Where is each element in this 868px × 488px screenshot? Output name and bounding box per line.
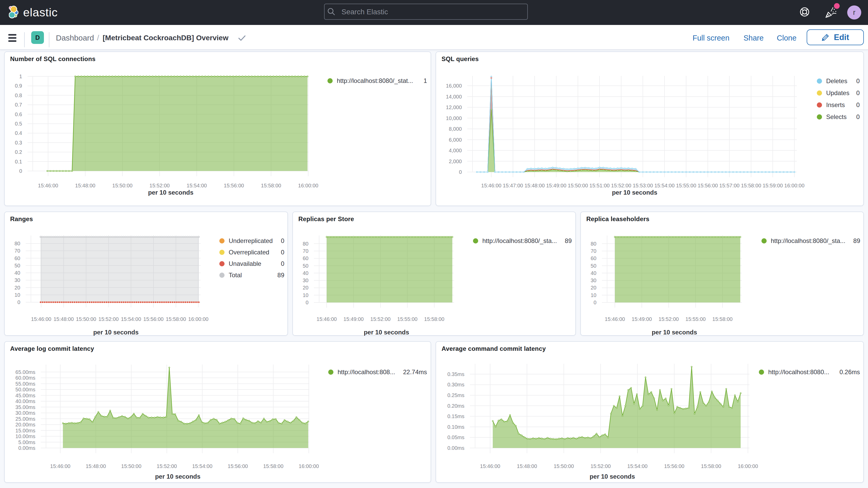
svg-text:80: 80 — [303, 241, 308, 247]
svg-text:15:58:00: 15:58:00 — [424, 316, 444, 322]
svg-text:per 10 seconds: per 10 seconds — [148, 189, 194, 196]
svg-text:14,000: 14,000 — [446, 94, 462, 99]
svg-text:15:49:00: 15:49:00 — [344, 316, 364, 322]
svg-text:50: 50 — [303, 263, 308, 269]
svg-text:15:48:00: 15:48:00 — [86, 463, 106, 469]
svg-text:0.1: 0.1 — [15, 159, 22, 164]
svg-text:16:00:00: 16:00:00 — [784, 183, 805, 188]
svg-text:10: 10 — [14, 292, 20, 298]
svg-text:0.4: 0.4 — [15, 130, 22, 136]
svg-text:40: 40 — [591, 270, 596, 276]
svg-text:15:50:00: 15:50:00 — [112, 183, 132, 188]
svg-text:15:46:00: 15:46:00 — [480, 463, 500, 469]
svg-text:0.00ms: 0.00ms — [447, 445, 464, 451]
svg-text:16:00:00: 16:00:00 — [738, 463, 758, 469]
svg-text:80: 80 — [14, 241, 20, 246]
svg-text:per 10 seconds: per 10 seconds — [652, 329, 697, 336]
svg-text:0: 0 — [306, 300, 308, 305]
svg-text:15:56:00: 15:56:00 — [224, 183, 244, 188]
svg-text:15:54:00: 15:54:00 — [121, 316, 141, 322]
svg-text:15:57:00: 15:57:00 — [719, 183, 740, 188]
svg-text:5.00ms: 5.00ms — [18, 439, 35, 445]
svg-text:15:55:00: 15:55:00 — [676, 183, 696, 188]
svg-text:15:52:00: 15:52:00 — [658, 316, 679, 322]
svg-text:50: 50 — [14, 263, 20, 268]
svg-text:0: 0 — [594, 300, 596, 305]
svg-text:15:49:00: 15:49:00 — [546, 183, 566, 188]
svg-text:per 10 seconds: per 10 seconds — [93, 329, 139, 336]
svg-text:40.00ms: 40.00ms — [16, 398, 35, 404]
svg-text:15:52:00: 15:52:00 — [370, 316, 391, 322]
svg-text:20: 20 — [14, 285, 20, 291]
svg-text:2,000: 2,000 — [449, 158, 462, 164]
svg-text:1: 1 — [19, 73, 22, 79]
svg-text:0: 0 — [19, 168, 22, 174]
svg-text:55.00ms: 55.00ms — [16, 381, 35, 387]
svg-text:15:48:00: 15:48:00 — [54, 316, 74, 322]
svg-text:0.8: 0.8 — [15, 92, 22, 98]
svg-text:30: 30 — [14, 277, 20, 283]
svg-text:15:55:00: 15:55:00 — [397, 316, 417, 322]
svg-text:15:53:00: 15:53:00 — [633, 183, 653, 188]
svg-text:15:55:00: 15:55:00 — [686, 316, 706, 322]
svg-text:per 10 seconds: per 10 seconds — [590, 473, 635, 480]
svg-text:8,000: 8,000 — [449, 126, 462, 132]
svg-text:30: 30 — [591, 277, 596, 283]
svg-text:15:56:00: 15:56:00 — [144, 316, 164, 322]
svg-text:0.30ms: 0.30ms — [447, 382, 464, 388]
svg-text:15:54:00: 15:54:00 — [192, 463, 212, 469]
svg-text:15:54:00: 15:54:00 — [187, 183, 207, 188]
svg-text:0.7: 0.7 — [15, 102, 22, 108]
svg-text:20: 20 — [591, 285, 596, 291]
svg-text:40: 40 — [14, 270, 20, 276]
svg-text:15:52:00: 15:52:00 — [611, 183, 631, 188]
svg-text:70: 70 — [14, 248, 20, 254]
svg-text:45.00ms: 45.00ms — [16, 393, 35, 398]
svg-text:0: 0 — [459, 169, 462, 175]
svg-text:16,000: 16,000 — [446, 83, 462, 89]
svg-text:15:58:00: 15:58:00 — [263, 463, 283, 469]
svg-text:0.05ms: 0.05ms — [447, 434, 464, 440]
svg-text:0.3: 0.3 — [15, 140, 22, 146]
svg-text:50.00ms: 50.00ms — [16, 387, 35, 392]
svg-text:15:52:00: 15:52:00 — [149, 183, 170, 188]
svg-text:15:50:00: 15:50:00 — [76, 316, 96, 322]
svg-text:10.00ms: 10.00ms — [16, 433, 35, 439]
svg-text:20: 20 — [303, 285, 308, 291]
svg-text:per 10 seconds: per 10 seconds — [155, 473, 200, 480]
svg-text:80: 80 — [591, 241, 596, 247]
svg-text:15:52:00: 15:52:00 — [98, 316, 119, 322]
svg-text:30: 30 — [303, 277, 308, 283]
svg-text:20.00ms: 20.00ms — [16, 422, 35, 427]
svg-text:70: 70 — [591, 248, 596, 254]
svg-text:60.00ms: 60.00ms — [16, 375, 35, 381]
svg-text:15:58:00: 15:58:00 — [261, 183, 281, 188]
svg-text:30.00ms: 30.00ms — [16, 410, 35, 416]
svg-text:40: 40 — [303, 270, 308, 276]
svg-text:15:54:00: 15:54:00 — [627, 463, 648, 469]
svg-text:0.25ms: 0.25ms — [447, 392, 464, 398]
svg-text:15:46:00: 15:46:00 — [38, 183, 58, 188]
svg-text:15:48:00: 15:48:00 — [75, 183, 95, 188]
svg-text:15:58:00: 15:58:00 — [701, 463, 721, 469]
svg-text:0.9: 0.9 — [15, 83, 22, 89]
svg-text:0.20ms: 0.20ms — [447, 403, 464, 409]
svg-text:4,000: 4,000 — [449, 148, 462, 153]
svg-text:15:46:00: 15:46:00 — [316, 316, 337, 322]
svg-text:0.35ms: 0.35ms — [447, 371, 464, 377]
svg-text:15:58:00: 15:58:00 — [712, 316, 733, 322]
svg-text:15:56:00: 15:56:00 — [664, 463, 684, 469]
svg-text:12,000: 12,000 — [446, 104, 462, 110]
svg-text:16:00:00: 16:00:00 — [188, 316, 209, 322]
svg-text:0.00ms: 0.00ms — [18, 445, 35, 451]
svg-text:0.10ms: 0.10ms — [447, 424, 464, 430]
svg-text:60: 60 — [14, 255, 20, 261]
svg-text:15:46:00: 15:46:00 — [481, 183, 502, 188]
svg-text:15:59:00: 15:59:00 — [763, 183, 783, 188]
svg-text:15:52:00: 15:52:00 — [590, 463, 611, 469]
svg-text:16:00:00: 16:00:00 — [299, 463, 319, 469]
svg-text:15:46:00: 15:46:00 — [31, 316, 52, 322]
svg-text:16:00:00: 16:00:00 — [298, 183, 318, 188]
svg-text:15:47:00: 15:47:00 — [503, 183, 523, 188]
svg-text:65.00ms: 65.00ms — [16, 369, 35, 375]
